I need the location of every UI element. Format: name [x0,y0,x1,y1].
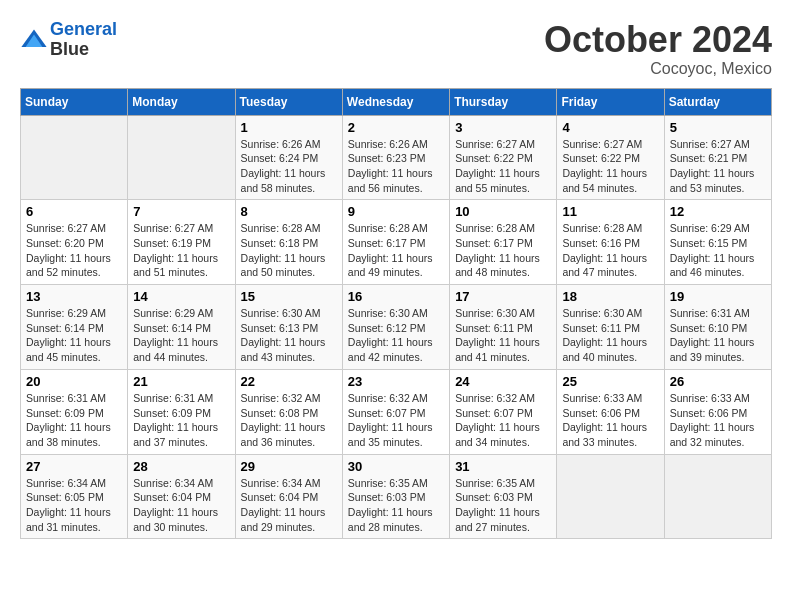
location-title: Cocoyoc, Mexico [544,60,772,78]
day-info: Sunrise: 6:26 AMSunset: 6:24 PMDaylight:… [241,137,337,196]
day-info: Sunrise: 6:30 AMSunset: 6:11 PMDaylight:… [562,306,658,365]
day-number: 31 [455,459,551,474]
calendar-cell: 13 Sunrise: 6:29 AMSunset: 6:14 PMDaylig… [21,285,128,370]
calendar-header: SundayMondayTuesdayWednesdayThursdayFrid… [21,88,772,115]
page-header: General Blue October 2024 Cocoyoc, Mexic… [20,20,772,78]
day-info: Sunrise: 6:34 AMSunset: 6:05 PMDaylight:… [26,476,122,535]
calendar-cell: 25 Sunrise: 6:33 AMSunset: 6:06 PMDaylig… [557,369,664,454]
day-number: 6 [26,204,122,219]
calendar-cell: 7 Sunrise: 6:27 AMSunset: 6:19 PMDayligh… [128,200,235,285]
day-number: 29 [241,459,337,474]
day-number: 8 [241,204,337,219]
day-info: Sunrise: 6:34 AMSunset: 6:04 PMDaylight:… [241,476,337,535]
calendar-cell: 2 Sunrise: 6:26 AMSunset: 6:23 PMDayligh… [342,115,449,200]
day-number: 7 [133,204,229,219]
day-info: Sunrise: 6:28 AMSunset: 6:16 PMDaylight:… [562,221,658,280]
day-of-week-header: Monday [128,88,235,115]
calendar-cell: 28 Sunrise: 6:34 AMSunset: 6:04 PMDaylig… [128,454,235,539]
day-info: Sunrise: 6:29 AMSunset: 6:14 PMDaylight:… [133,306,229,365]
day-info: Sunrise: 6:32 AMSunset: 6:07 PMDaylight:… [348,391,444,450]
day-info: Sunrise: 6:28 AMSunset: 6:18 PMDaylight:… [241,221,337,280]
day-number: 12 [670,204,766,219]
day-info: Sunrise: 6:29 AMSunset: 6:14 PMDaylight:… [26,306,122,365]
calendar-cell: 17 Sunrise: 6:30 AMSunset: 6:11 PMDaylig… [450,285,557,370]
day-of-week-header: Saturday [664,88,771,115]
day-info: Sunrise: 6:30 AMSunset: 6:12 PMDaylight:… [348,306,444,365]
day-number: 15 [241,289,337,304]
day-info: Sunrise: 6:27 AMSunset: 6:20 PMDaylight:… [26,221,122,280]
calendar-cell [557,454,664,539]
day-number: 18 [562,289,658,304]
day-number: 23 [348,374,444,389]
calendar-cell [21,115,128,200]
day-info: Sunrise: 6:28 AMSunset: 6:17 PMDaylight:… [348,221,444,280]
calendar-cell: 23 Sunrise: 6:32 AMSunset: 6:07 PMDaylig… [342,369,449,454]
calendar-cell [664,454,771,539]
calendar-cell: 29 Sunrise: 6:34 AMSunset: 6:04 PMDaylig… [235,454,342,539]
day-info: Sunrise: 6:31 AMSunset: 6:09 PMDaylight:… [26,391,122,450]
day-number: 24 [455,374,551,389]
month-title: October 2024 [544,20,772,60]
day-number: 22 [241,374,337,389]
calendar-cell: 18 Sunrise: 6:30 AMSunset: 6:11 PMDaylig… [557,285,664,370]
day-info: Sunrise: 6:33 AMSunset: 6:06 PMDaylight:… [562,391,658,450]
logo-icon [20,26,48,54]
day-info: Sunrise: 6:33 AMSunset: 6:06 PMDaylight:… [670,391,766,450]
day-info: Sunrise: 6:34 AMSunset: 6:04 PMDaylight:… [133,476,229,535]
day-info: Sunrise: 6:28 AMSunset: 6:17 PMDaylight:… [455,221,551,280]
calendar-cell: 22 Sunrise: 6:32 AMSunset: 6:08 PMDaylig… [235,369,342,454]
day-number: 1 [241,120,337,135]
calendar-cell: 3 Sunrise: 6:27 AMSunset: 6:22 PMDayligh… [450,115,557,200]
logo: General Blue [20,20,117,60]
calendar-cell: 15 Sunrise: 6:30 AMSunset: 6:13 PMDaylig… [235,285,342,370]
day-of-week-header: Sunday [21,88,128,115]
calendar-cell: 4 Sunrise: 6:27 AMSunset: 6:22 PMDayligh… [557,115,664,200]
day-number: 5 [670,120,766,135]
calendar-week-row: 20 Sunrise: 6:31 AMSunset: 6:09 PMDaylig… [21,369,772,454]
calendar-week-row: 6 Sunrise: 6:27 AMSunset: 6:20 PMDayligh… [21,200,772,285]
calendar-week-row: 13 Sunrise: 6:29 AMSunset: 6:14 PMDaylig… [21,285,772,370]
day-info: Sunrise: 6:27 AMSunset: 6:22 PMDaylight:… [455,137,551,196]
day-info: Sunrise: 6:26 AMSunset: 6:23 PMDaylight:… [348,137,444,196]
calendar-cell: 20 Sunrise: 6:31 AMSunset: 6:09 PMDaylig… [21,369,128,454]
day-info: Sunrise: 6:30 AMSunset: 6:11 PMDaylight:… [455,306,551,365]
day-number: 3 [455,120,551,135]
calendar-cell: 10 Sunrise: 6:28 AMSunset: 6:17 PMDaylig… [450,200,557,285]
calendar-cell: 16 Sunrise: 6:30 AMSunset: 6:12 PMDaylig… [342,285,449,370]
calendar-cell: 24 Sunrise: 6:32 AMSunset: 6:07 PMDaylig… [450,369,557,454]
calendar-cell: 14 Sunrise: 6:29 AMSunset: 6:14 PMDaylig… [128,285,235,370]
day-number: 17 [455,289,551,304]
calendar-cell: 19 Sunrise: 6:31 AMSunset: 6:10 PMDaylig… [664,285,771,370]
day-info: Sunrise: 6:30 AMSunset: 6:13 PMDaylight:… [241,306,337,365]
calendar-cell: 9 Sunrise: 6:28 AMSunset: 6:17 PMDayligh… [342,200,449,285]
day-of-week-header: Tuesday [235,88,342,115]
day-info: Sunrise: 6:35 AMSunset: 6:03 PMDaylight:… [348,476,444,535]
calendar-cell: 31 Sunrise: 6:35 AMSunset: 6:03 PMDaylig… [450,454,557,539]
calendar-cell: 5 Sunrise: 6:27 AMSunset: 6:21 PMDayligh… [664,115,771,200]
calendar-cell: 6 Sunrise: 6:27 AMSunset: 6:20 PMDayligh… [21,200,128,285]
day-number: 28 [133,459,229,474]
day-number: 16 [348,289,444,304]
day-info: Sunrise: 6:32 AMSunset: 6:07 PMDaylight:… [455,391,551,450]
calendar-cell: 26 Sunrise: 6:33 AMSunset: 6:06 PMDaylig… [664,369,771,454]
day-number: 20 [26,374,122,389]
calendar-table: SundayMondayTuesdayWednesdayThursdayFrid… [20,88,772,540]
day-number: 11 [562,204,658,219]
day-number: 9 [348,204,444,219]
calendar-cell: 30 Sunrise: 6:35 AMSunset: 6:03 PMDaylig… [342,454,449,539]
day-number: 2 [348,120,444,135]
day-info: Sunrise: 6:31 AMSunset: 6:10 PMDaylight:… [670,306,766,365]
day-number: 14 [133,289,229,304]
day-info: Sunrise: 6:32 AMSunset: 6:08 PMDaylight:… [241,391,337,450]
title-block: October 2024 Cocoyoc, Mexico [544,20,772,78]
calendar-cell: 12 Sunrise: 6:29 AMSunset: 6:15 PMDaylig… [664,200,771,285]
day-of-week-header: Friday [557,88,664,115]
calendar-cell: 1 Sunrise: 6:26 AMSunset: 6:24 PMDayligh… [235,115,342,200]
day-info: Sunrise: 6:27 AMSunset: 6:21 PMDaylight:… [670,137,766,196]
day-number: 4 [562,120,658,135]
calendar-cell: 21 Sunrise: 6:31 AMSunset: 6:09 PMDaylig… [128,369,235,454]
day-info: Sunrise: 6:29 AMSunset: 6:15 PMDaylight:… [670,221,766,280]
calendar-cell: 11 Sunrise: 6:28 AMSunset: 6:16 PMDaylig… [557,200,664,285]
calendar-week-row: 27 Sunrise: 6:34 AMSunset: 6:05 PMDaylig… [21,454,772,539]
day-info: Sunrise: 6:31 AMSunset: 6:09 PMDaylight:… [133,391,229,450]
